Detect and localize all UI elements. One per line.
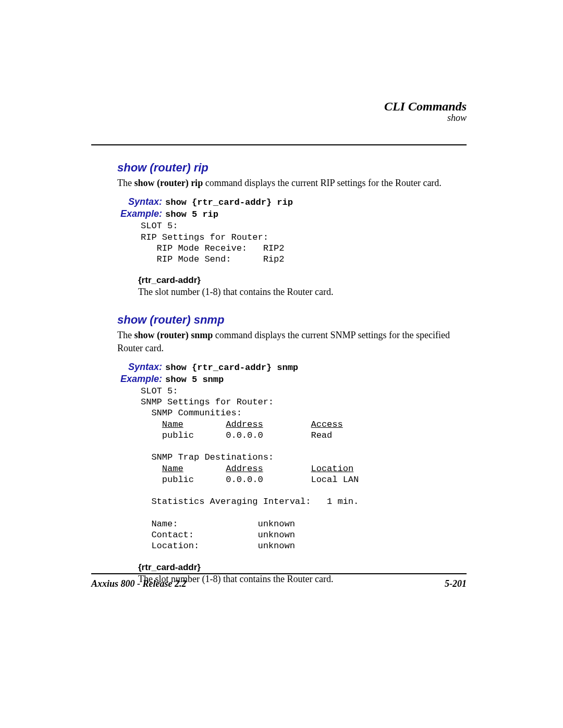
content-area: CLI Commands show show (router) rip The … — [91, 96, 467, 600]
param-head-snmp: {rtr_card-addr} — [91, 562, 467, 573]
example-text-rip: show 5 rip — [165, 209, 218, 219]
header-rule — [91, 144, 467, 145]
output-rip: SLOT 5: RIP Settings for Router: RIP Mod… — [91, 220, 467, 265]
syntax-text-rip: show {rtr_card-addr} rip — [165, 198, 293, 207]
intro-pre: The — [117, 178, 134, 188]
footer: Axxius 800 - Release 2.2 5-201 — [91, 573, 467, 589]
example-row-snmp: Example:show 5 snmp — [91, 374, 467, 385]
header-section: show — [91, 113, 467, 124]
syntax-label-snmp: Syntax: — [117, 362, 162, 373]
example-label-snmp: Example: — [117, 374, 162, 385]
syntax-label: Syntax: — [117, 196, 162, 207]
example-label: Example: — [117, 208, 162, 219]
syntax-row-rip: Syntax:show {rtr_card-addr} rip — [91, 196, 467, 207]
intro-cmd-rip: show (router) rip — [134, 178, 203, 188]
section-title-snmp: show (router) snmp — [91, 313, 467, 327]
footer-rule — [91, 573, 467, 574]
syntax-text-snmp: show {rtr_card-addr} snmp — [165, 363, 298, 373]
param-desc-rip: The slot number (1-8) that contains the … — [91, 287, 467, 298]
syntax-row-snmp: Syntax:show {rtr_card-addr} snmp — [91, 362, 467, 373]
intro-rip: The show (router) rip command displays t… — [91, 177, 467, 189]
intro-snmp: The show (router) snmp command displays … — [91, 329, 467, 354]
param-head-rip: {rtr_card-addr} — [91, 275, 467, 286]
page: CLI Commands show show (router) rip The … — [0, 0, 563, 728]
output-snmp: SLOT 5: SNMP Settings for Router: SNMP C… — [91, 386, 467, 552]
footer-right: 5-201 — [445, 578, 467, 589]
example-row-rip: Example:show 5 rip — [91, 208, 467, 219]
header-chapter: CLI Commands — [91, 100, 467, 114]
example-text-snmp: show 5 snmp — [165, 375, 224, 385]
intro-pre-snmp: The — [117, 330, 134, 340]
intro-cmd-snmp: show (router) snmp — [134, 330, 213, 340]
section-title-rip: show (router) rip — [91, 161, 467, 175]
footer-left: Axxius 800 - Release 2.2 — [91, 578, 187, 589]
intro-post: command displays the current RIP setting… — [203, 178, 442, 188]
